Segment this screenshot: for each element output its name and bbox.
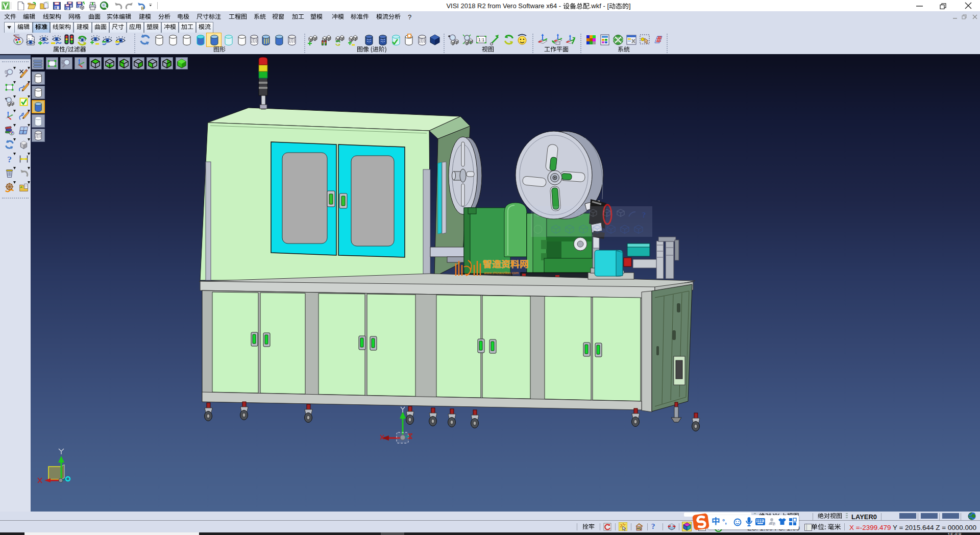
svg-text:?: ? xyxy=(642,211,646,219)
svg-text:7: 7 xyxy=(773,522,775,526)
svg-text:HQ: HQ xyxy=(637,527,642,530)
